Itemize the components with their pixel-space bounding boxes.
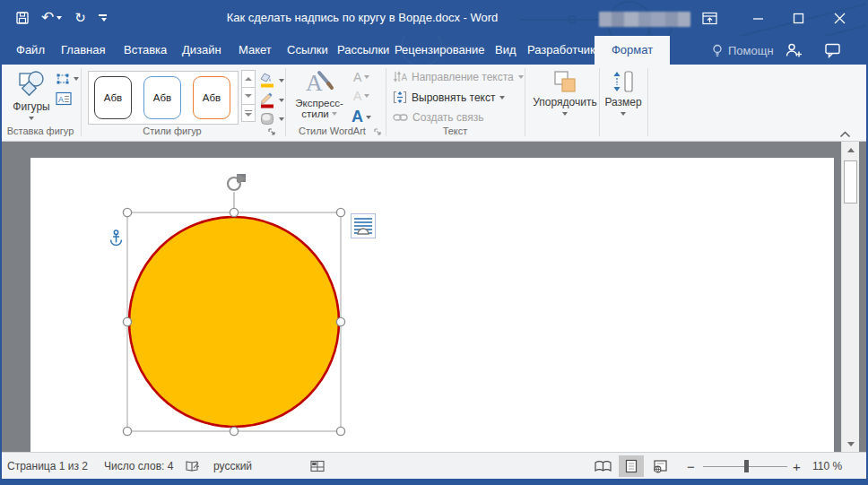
undo-button[interactable] — [41, 10, 62, 26]
comment-icon — [825, 43, 841, 58]
web-layout-button[interactable] — [647, 455, 673, 477]
quick-styles-button[interactable]: A Экспресс- стили — [291, 69, 347, 119]
shape-outline-button[interactable] — [259, 91, 284, 108]
share-button[interactable] — [786, 36, 803, 65]
align-text-label: Выровнять текст — [412, 91, 495, 104]
zoom-in-button[interactable]: + — [793, 453, 801, 480]
tab-format[interactable]: Формат — [595, 36, 670, 65]
align-text-button[interactable]: Выровнять текст — [393, 91, 505, 104]
proofing-status-button[interactable] — [185, 453, 200, 480]
tab-design[interactable]: Дизайн — [182, 36, 221, 65]
window-bottom-border — [0, 479, 868, 485]
zoom-slider-thumb[interactable] — [744, 460, 749, 472]
web-layout-icon — [653, 459, 668, 473]
tab-view[interactable]: Вид — [495, 36, 516, 65]
arrange-icon — [553, 70, 577, 94]
save-button[interactable] — [16, 12, 29, 24]
text-box-button[interactable]: A — [56, 91, 72, 106]
scrollbar-thumb[interactable] — [844, 160, 857, 204]
text-outline-button[interactable]: A — [353, 89, 369, 103]
shape-effects-icon — [259, 111, 276, 126]
scroll-down-button[interactable] — [842, 436, 860, 452]
align-text-dropdown-icon — [499, 96, 505, 100]
tab-mailings[interactable]: Рассылки — [337, 36, 389, 65]
minimize-icon — [752, 13, 764, 24]
shape-style-option-2[interactable]: Абв — [143, 76, 181, 119]
text-fill-button[interactable]: A — [353, 70, 369, 84]
text-effects-button[interactable]: A — [352, 108, 371, 126]
selection-handle-e[interactable] — [336, 317, 344, 325]
text-fill-dropdown-icon — [364, 75, 369, 79]
tab-file[interactable]: Файл — [16, 36, 45, 65]
collapse-ribbon-icon — [841, 133, 850, 137]
selection-handle-sw[interactable] — [123, 427, 131, 435]
edit-shape-button[interactable] — [56, 72, 79, 86]
dialog-launcher-icon — [269, 129, 274, 134]
gallery-more-button[interactable] — [241, 104, 256, 122]
gallery-scroll-up-button[interactable] — [241, 70, 256, 88]
quick-styles-dropdown-icon — [332, 112, 337, 116]
tab-developer[interactable]: Разработчик — [527, 36, 595, 65]
maximize-button[interactable] — [779, 0, 817, 36]
tab-layout[interactable]: Макет — [239, 36, 272, 65]
customize-qat-button[interactable] — [99, 14, 107, 22]
arrange-button[interactable]: Упорядочить — [531, 70, 599, 116]
zoom-out-button[interactable]: − — [687, 453, 695, 480]
size-button[interactable]: Размер — [603, 70, 644, 116]
close-button[interactable] — [820, 0, 858, 36]
tab-insert[interactable]: Вставка — [124, 36, 167, 65]
quick-styles-icon: A — [304, 69, 334, 96]
shape-effects-button[interactable] — [259, 111, 284, 126]
shape-style-option-3[interactable]: Абв — [193, 76, 230, 119]
read-mode-icon — [595, 460, 612, 472]
zoom-level[interactable]: 110 % — [812, 453, 842, 480]
shape-outline-dropdown-icon — [279, 99, 284, 102]
collapse-ribbon-button[interactable] — [839, 131, 851, 138]
selection-handle-ne[interactable] — [336, 208, 344, 216]
page-indicator[interactable]: Страница 1 из 2 — [7, 453, 88, 480]
selection-handle-nw[interactable] — [123, 208, 131, 216]
scroll-up-button[interactable] — [842, 142, 860, 158]
shapes-button[interactable]: Фигуры — [9, 70, 54, 120]
layout-options-button[interactable] — [351, 213, 376, 238]
qat-customize-caret-icon — [101, 18, 107, 22]
window-left-border — [0, 0, 2, 485]
arrange-dropdown-icon — [562, 112, 568, 116]
dialog-launcher-icon — [375, 129, 380, 134]
shape-selection-overlay — [0, 142, 868, 452]
create-link-button[interactable]: Создать связь — [393, 111, 483, 124]
gallery-scroll-down-button[interactable] — [241, 87, 256, 105]
word-count[interactable]: Число слов: 4 — [104, 453, 173, 480]
rotation-handle[interactable] — [228, 174, 246, 190]
selection-handle-n[interactable] — [230, 208, 238, 216]
tell-me-label: Помощн — [728, 44, 774, 57]
comments-button[interactable] — [825, 36, 841, 65]
redo-button[interactable] — [74, 10, 86, 26]
ribbon-format: Фигуры A Вставка фигур Абв Абв — [0, 65, 868, 142]
scroll-up-icon — [847, 148, 855, 152]
tell-me-button[interactable]: Помощн — [711, 36, 774, 65]
shape-fill-button[interactable] — [259, 72, 284, 89]
tab-home[interactable]: Главная — [61, 36, 105, 65]
language-indicator[interactable]: русский — [213, 453, 252, 480]
selection-handle-w[interactable] — [123, 317, 131, 325]
shape-styles-dialog-launcher[interactable] — [267, 127, 276, 136]
shape-style-option-1[interactable]: Абв — [94, 76, 132, 119]
text-direction-button[interactable]: A Направление текста — [393, 70, 524, 83]
selection-handle-se[interactable] — [336, 427, 344, 435]
selection-handle-s[interactable] — [230, 427, 238, 435]
print-layout-button[interactable] — [619, 455, 644, 477]
ribbon-display-options-icon — [702, 12, 717, 25]
wordart-dialog-launcher[interactable] — [373, 127, 382, 136]
tab-review[interactable]: Рецензирование — [395, 36, 484, 65]
ribbon-display-options-button[interactable] — [690, 0, 728, 36]
macro-recording-button[interactable] — [310, 453, 325, 480]
text-box-icon: A — [56, 91, 72, 106]
minimize-button[interactable] — [739, 0, 777, 36]
undo-dropdown-icon — [56, 16, 62, 20]
read-mode-button[interactable] — [590, 455, 615, 477]
circle-shape[interactable] — [129, 217, 339, 427]
tab-references[interactable]: Ссылки — [287, 36, 328, 65]
vertical-scrollbar[interactable] — [841, 142, 859, 452]
edit-shape-dropdown-icon — [74, 77, 79, 81]
